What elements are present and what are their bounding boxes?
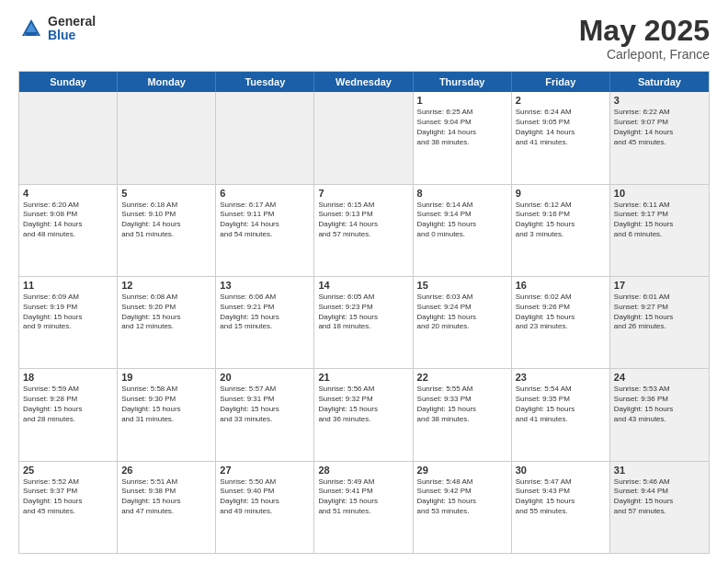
logo-general: General	[48, 15, 96, 29]
day-number: 7	[318, 188, 408, 199]
calendar-cell: 27Sunrise: 5:50 AM Sunset: 9:40 PM Dayli…	[216, 462, 314, 553]
calendar-row-0: 1Sunrise: 6:25 AM Sunset: 9:04 PM Daylig…	[19, 92, 709, 184]
day-number: 6	[220, 188, 310, 199]
day-info: Sunrise: 6:09 AM Sunset: 9:19 PM Dayligh…	[23, 293, 113, 332]
calendar-cell	[314, 92, 413, 183]
day-number: 23	[516, 372, 606, 383]
day-info: Sunrise: 6:11 AM Sunset: 9:17 PM Dayligh…	[614, 201, 705, 240]
calendar-cell: 18Sunrise: 5:59 AM Sunset: 9:28 PM Dayli…	[19, 369, 118, 460]
day-number: 13	[220, 280, 310, 291]
logo-blue: Blue	[48, 29, 96, 42]
day-number: 29	[417, 465, 507, 476]
calendar-cell: 12Sunrise: 6:08 AM Sunset: 9:20 PM Dayli…	[118, 277, 216, 368]
calendar-row-3: 18Sunrise: 5:59 AM Sunset: 9:28 PM Dayli…	[19, 369, 709, 461]
day-info: Sunrise: 5:54 AM Sunset: 9:35 PM Dayligh…	[516, 385, 606, 424]
day-info: Sunrise: 6:18 AM Sunset: 9:10 PM Dayligh…	[121, 201, 211, 240]
day-number: 4	[23, 188, 113, 199]
calendar-cell: 30Sunrise: 5:47 AM Sunset: 9:43 PM Dayli…	[512, 462, 610, 553]
day-info: Sunrise: 5:57 AM Sunset: 9:31 PM Dayligh…	[220, 385, 310, 424]
header-day-tuesday: Tuesday	[216, 72, 314, 92]
day-info: Sunrise: 6:24 AM Sunset: 9:05 PM Dayligh…	[516, 108, 606, 147]
calendar: SundayMondayTuesdayWednesdayThursdayFrid…	[18, 71, 710, 554]
calendar-cell: 5Sunrise: 6:18 AM Sunset: 9:10 PM Daylig…	[118, 185, 216, 276]
header-day-thursday: Thursday	[414, 72, 512, 92]
day-number: 10	[614, 188, 705, 199]
calendar-cell: 22Sunrise: 5:55 AM Sunset: 9:33 PM Dayli…	[414, 369, 512, 460]
logo: General Blue	[18, 15, 96, 43]
calendar-cell: 11Sunrise: 6:09 AM Sunset: 9:19 PM Dayli…	[19, 277, 118, 368]
day-number: 24	[614, 372, 705, 383]
day-number: 15	[417, 280, 507, 291]
day-info: Sunrise: 6:15 AM Sunset: 9:13 PM Dayligh…	[318, 201, 408, 240]
day-number: 20	[220, 372, 310, 383]
day-info: Sunrise: 6:01 AM Sunset: 9:27 PM Dayligh…	[614, 293, 705, 332]
day-info: Sunrise: 5:46 AM Sunset: 9:44 PM Dayligh…	[614, 477, 705, 517]
day-info: Sunrise: 5:47 AM Sunset: 9:43 PM Dayligh…	[516, 477, 606, 517]
calendar-cell	[19, 92, 118, 183]
day-info: Sunrise: 6:06 AM Sunset: 9:21 PM Dayligh…	[220, 293, 310, 332]
calendar-cell: 2Sunrise: 6:24 AM Sunset: 9:05 PM Daylig…	[512, 92, 610, 183]
calendar-row-2: 11Sunrise: 6:09 AM Sunset: 9:19 PM Dayli…	[19, 277, 709, 369]
header-day-wednesday: Wednesday	[314, 72, 413, 92]
logo-text: General Blue	[48, 15, 96, 43]
day-info: Sunrise: 6:14 AM Sunset: 9:14 PM Dayligh…	[417, 201, 507, 240]
day-number: 16	[516, 280, 606, 291]
day-info: Sunrise: 5:49 AM Sunset: 9:41 PM Dayligh…	[318, 477, 408, 517]
day-info: Sunrise: 6:25 AM Sunset: 9:04 PM Dayligh…	[417, 108, 507, 147]
day-info: Sunrise: 6:22 AM Sunset: 9:07 PM Dayligh…	[614, 108, 705, 147]
calendar-cell: 31Sunrise: 5:46 AM Sunset: 9:44 PM Dayli…	[610, 462, 709, 553]
day-info: Sunrise: 5:50 AM Sunset: 9:40 PM Dayligh…	[220, 477, 310, 517]
calendar-cell: 6Sunrise: 6:17 AM Sunset: 9:11 PM Daylig…	[216, 185, 314, 276]
day-number: 30	[516, 465, 606, 476]
day-info: Sunrise: 6:20 AM Sunset: 9:08 PM Dayligh…	[23, 201, 113, 240]
day-number: 18	[23, 372, 113, 383]
day-info: Sunrise: 6:02 AM Sunset: 9:26 PM Dayligh…	[516, 293, 606, 332]
header: General Blue May 2025 Carlepont, France	[18, 15, 710, 62]
day-number: 31	[614, 465, 705, 476]
day-info: Sunrise: 6:05 AM Sunset: 9:23 PM Dayligh…	[318, 293, 408, 332]
calendar-cell: 20Sunrise: 5:57 AM Sunset: 9:31 PM Dayli…	[216, 369, 314, 460]
logo-icon	[18, 16, 44, 41]
calendar-cell: 23Sunrise: 5:54 AM Sunset: 9:35 PM Dayli…	[512, 369, 610, 460]
day-number: 25	[23, 465, 113, 476]
calendar-cell: 21Sunrise: 5:56 AM Sunset: 9:32 PM Dayli…	[314, 369, 413, 460]
day-info: Sunrise: 5:51 AM Sunset: 9:38 PM Dayligh…	[121, 477, 211, 517]
calendar-cell: 16Sunrise: 6:02 AM Sunset: 9:26 PM Dayli…	[512, 277, 610, 368]
subtitle: Carlepont, France	[579, 47, 710, 62]
calendar-cell: 3Sunrise: 6:22 AM Sunset: 9:07 PM Daylig…	[610, 92, 709, 183]
day-number: 17	[614, 280, 705, 291]
day-number: 2	[516, 95, 606, 106]
day-number: 1	[417, 95, 507, 106]
calendar-cell: 10Sunrise: 6:11 AM Sunset: 9:17 PM Dayli…	[610, 185, 709, 276]
day-number: 27	[220, 465, 310, 476]
page: General Blue May 2025 Carlepont, France …	[0, 0, 728, 563]
calendar-cell: 15Sunrise: 6:03 AM Sunset: 9:24 PM Dayli…	[414, 277, 512, 368]
calendar-cell: 25Sunrise: 5:52 AM Sunset: 9:37 PM Dayli…	[19, 462, 118, 553]
header-day-friday: Friday	[512, 72, 610, 92]
calendar-cell	[118, 92, 216, 183]
day-number: 14	[318, 280, 408, 291]
day-info: Sunrise: 5:58 AM Sunset: 9:30 PM Dayligh…	[121, 385, 211, 424]
calendar-cell: 14Sunrise: 6:05 AM Sunset: 9:23 PM Dayli…	[314, 277, 413, 368]
calendar-cell: 17Sunrise: 6:01 AM Sunset: 9:27 PM Dayli…	[610, 277, 709, 368]
day-number: 28	[318, 465, 408, 476]
day-info: Sunrise: 6:12 AM Sunset: 9:16 PM Dayligh…	[516, 201, 606, 240]
calendar-cell: 13Sunrise: 6:06 AM Sunset: 9:21 PM Dayli…	[216, 277, 314, 368]
day-info: Sunrise: 6:17 AM Sunset: 9:11 PM Dayligh…	[220, 201, 310, 240]
calendar-row-4: 25Sunrise: 5:52 AM Sunset: 9:37 PM Dayli…	[19, 462, 709, 553]
day-number: 3	[614, 95, 705, 106]
calendar-cell: 7Sunrise: 6:15 AM Sunset: 9:13 PM Daylig…	[314, 185, 413, 276]
day-info: Sunrise: 5:52 AM Sunset: 9:37 PM Dayligh…	[23, 477, 113, 517]
calendar-cell: 1Sunrise: 6:25 AM Sunset: 9:04 PM Daylig…	[414, 92, 512, 183]
calendar-cell: 29Sunrise: 5:48 AM Sunset: 9:42 PM Dayli…	[414, 462, 512, 553]
calendar-row-1: 4Sunrise: 6:20 AM Sunset: 9:08 PM Daylig…	[19, 185, 709, 277]
calendar-cell: 4Sunrise: 6:20 AM Sunset: 9:08 PM Daylig…	[19, 185, 118, 276]
header-day-monday: Monday	[118, 72, 216, 92]
day-number: 5	[121, 188, 211, 199]
main-title: May 2025	[579, 15, 710, 47]
day-number: 12	[121, 280, 211, 291]
day-info: Sunrise: 6:08 AM Sunset: 9:20 PM Dayligh…	[121, 293, 211, 332]
day-info: Sunrise: 5:53 AM Sunset: 9:36 PM Dayligh…	[614, 385, 705, 424]
day-number: 11	[23, 280, 113, 291]
day-info: Sunrise: 5:48 AM Sunset: 9:42 PM Dayligh…	[417, 477, 507, 517]
